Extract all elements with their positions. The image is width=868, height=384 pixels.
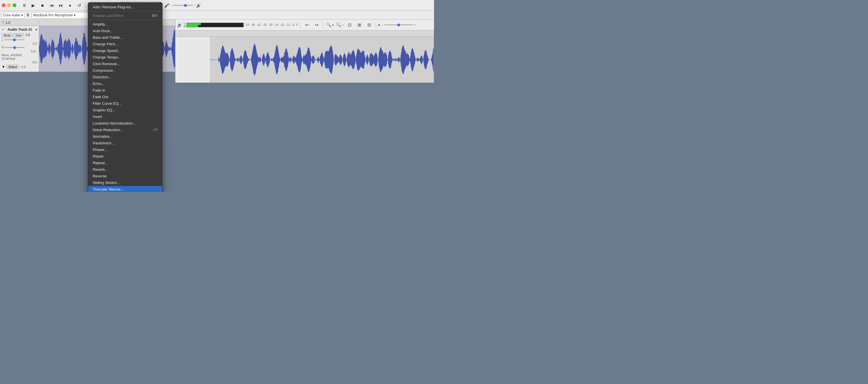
menu-item-paulstretch[interactable]: Paulstretch... [88, 140, 162, 147]
menu-item-reverse[interactable]: Reverse [88, 173, 162, 180]
menu-item-reverb[interactable]: Reverb... [88, 166, 162, 173]
menu-item-loudness-norm[interactable]: Loudness Normalization... [88, 120, 162, 127]
menu-item-compressor[interactable]: Compressor... [88, 67, 162, 74]
menu-item-distortion[interactable]: Distortion... [88, 74, 162, 81]
menu-item-graphic-eq[interactable]: Graphic EQ... [88, 107, 162, 114]
item-label-fade-out: Fade Out [93, 95, 108, 99]
item-label-click-removal: Click Removal... [93, 62, 120, 66]
menu-item-change-speed[interactable]: Change Speed... [88, 47, 162, 54]
menu-item-invert[interactable]: Invert [88, 114, 162, 120]
item-label-phaser: Phaser... [93, 148, 107, 152]
menu-item-change-tempo[interactable]: Change Tempo... [88, 54, 162, 61]
item-label-loudness-norm: Loudness Normalization... [93, 121, 136, 125]
item-label-truncate-silence: Truncate Silence... [93, 187, 124, 191]
menu-overlay[interactable]: Add / Remove Plug-ins... Repeat Last Eff… [0, 0, 434, 192]
menu-add-remove-plugins[interactable]: Add / Remove Plug-ins... [88, 4, 162, 10]
menu-item-truncate-silence[interactable]: Truncate Silence... [88, 186, 162, 192]
menu-item-phaser[interactable]: Phaser... [88, 147, 162, 153]
item-label-noise-reduction: Noise Reduction... [93, 128, 123, 132]
menu-item-autoduck[interactable]: Auto Duck... [88, 28, 162, 34]
item-label-normalize: Normalize... [93, 134, 113, 139]
item-label-fade-in: Fade In [93, 88, 105, 92]
menu-item-click-removal[interactable]: Click Removal... [88, 61, 162, 67]
menu-item-sliding-stretch[interactable]: Sliding Stretch... [88, 180, 162, 186]
item-label-compressor: Compressor... [93, 68, 116, 73]
item-label-reverb: Reverb... [93, 167, 108, 172]
menu-item-echo[interactable]: Echo... [88, 81, 162, 87]
repeat-last-label: Repeat Last Effect [93, 13, 123, 18]
menu-item-repeat[interactable]: Repeat... [88, 160, 162, 166]
menu-repeat-last: Repeat Last Effect ⌘R [88, 12, 162, 19]
item-label-reverse: Reverse [93, 174, 106, 178]
item-label-change-tempo: Change Tempo... [93, 55, 121, 59]
menu-sep-2 [88, 20, 162, 20]
noise-reduction-shortcut: ⇧P [152, 128, 158, 132]
item-label-autoduck: Auto Duck... [93, 29, 113, 33]
menu-item-change-pitch[interactable]: Change Pitch... [88, 41, 162, 47]
menu-item-bass-treble[interactable]: Bass and Treble... [88, 34, 162, 41]
item-label-filter-curve-eq: Filter Curve EQ... [93, 101, 121, 106]
effects-dropdown-menu: Add / Remove Plug-ins... Repeat Last Eff… [88, 2, 162, 192]
item-label-repair: Repair [93, 154, 104, 158]
item-label-distortion: Distortion... [93, 75, 112, 79]
menu-item-filter-curve-eq[interactable]: Filter Curve EQ... [88, 100, 162, 107]
menu-sep-1 [88, 11, 162, 11]
item-label-amplify: Amplify... [93, 22, 108, 26]
item-label-bass-treble: Bass and Treble... [93, 35, 123, 40]
item-label-paulstretch: Paulstretch... [93, 141, 115, 145]
menu-item-amplify[interactable]: Amplify... [88, 21, 162, 28]
add-remove-label: Add / Remove Plug-ins... [93, 5, 134, 9]
item-label-invert: Invert [93, 115, 102, 119]
menu-item-fade-out[interactable]: Fade Out [88, 94, 162, 100]
menu-item-repair[interactable]: Repair [88, 153, 162, 160]
item-label-repeat: Repeat... [93, 161, 108, 165]
item-label-sliding-stretch: Sliding Stretch... [93, 181, 120, 185]
item-label-change-pitch: Change Pitch... [93, 42, 118, 46]
repeat-last-shortcut: ⌘R [152, 14, 158, 18]
item-label-graphic-eq: Graphic EQ... [93, 108, 115, 112]
item-label-echo: Echo... [93, 82, 104, 86]
item-label-change-speed: Change Speed... [93, 49, 121, 53]
menu-item-fade-in[interactable]: Fade In [88, 87, 162, 94]
menu-item-noise-reduction[interactable]: Noise Reduction... ⇧P [88, 127, 162, 133]
menu-item-normalize[interactable]: Normalize... [88, 133, 162, 140]
